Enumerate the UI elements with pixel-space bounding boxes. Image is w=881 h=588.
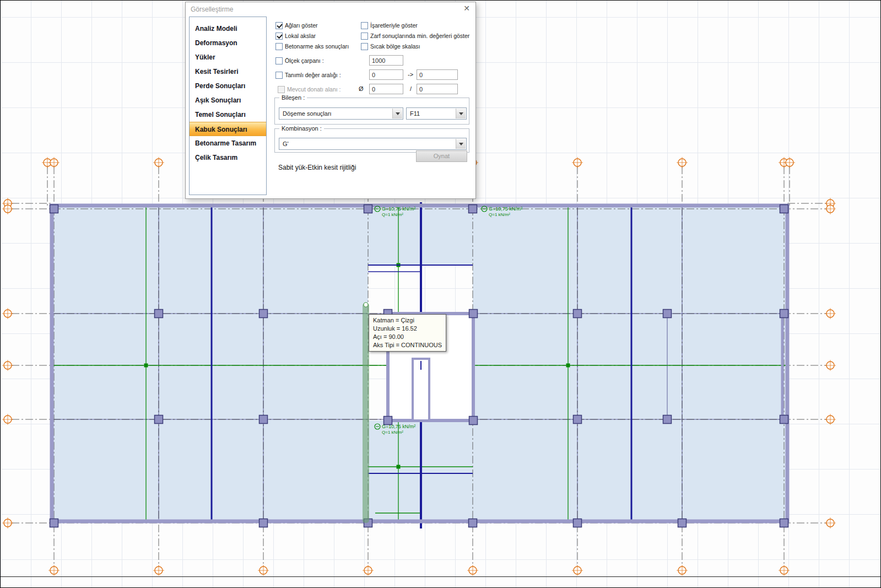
- load-label-q: Q=1 kN/m²: [382, 212, 403, 217]
- checkbox-label: Zarf sonuçlarında min. değerleri göster: [370, 33, 469, 39]
- component-group-label: Bileşen :: [279, 94, 307, 101]
- checkbox-label: Lokal akslar: [285, 33, 316, 39]
- list-item-analiz-modeli[interactable]: Analiz Modeli: [190, 21, 266, 36]
- diameter-symbol: Ø: [359, 85, 364, 92]
- checkbox-aglari-goster[interactable]: Ağları göster: [275, 21, 318, 29]
- dropdown-value: F11: [410, 110, 420, 117]
- list-item-perde-sonuclari[interactable]: Perde Sonuçları: [190, 79, 266, 93]
- checkbox-box: [361, 22, 368, 29]
- combination-group-label: Kombinasyon :: [279, 125, 324, 132]
- combination-group: Kombinasyon : G': [274, 128, 469, 153]
- tooltip-length-line: Uzunluk = 16.52: [373, 325, 442, 333]
- list-item-betonarme-tasarim[interactable]: Betonarme Tasarım: [190, 136, 266, 150]
- list-item-celik-tasarim[interactable]: Çelik Tasarım: [190, 150, 266, 165]
- checkbox-box: [361, 43, 368, 50]
- list-item-asik-sonuclari[interactable]: Aşık Sonuçları: [190, 93, 266, 107]
- checkbox-box: [275, 72, 283, 79]
- visualization-dialog: Görselleştirme ✕ Analiz Modeli Deformasy…: [185, 2, 476, 199]
- dropdown-value: G': [283, 141, 289, 147]
- selected-axis-grip[interactable]: [364, 303, 368, 307]
- dropdown-value: Döşeme sonuçları: [283, 110, 332, 117]
- list-item-kabuk-sonuclari[interactable]: Kabuk Sonuçları: [190, 122, 266, 136]
- combination-dropdown[interactable]: G': [279, 138, 467, 150]
- load-label-g: G=10,75 kN/m²: [382, 206, 415, 212]
- checkbox-label: Ölçek çarpanı :: [285, 57, 324, 64]
- checkbox-sicak-bolge-skalasi[interactable]: Sıcak bölge skalası: [361, 42, 420, 50]
- rebar-separator: /: [410, 85, 412, 92]
- window-bottom-divider: [1, 576, 881, 577]
- checkbox-label: İşaretleriyle göster: [370, 22, 418, 29]
- checkbox-label: Ağları göster: [285, 22, 318, 29]
- checkbox-mevcut-donati-alani[interactable]: Mevcut donatı alanı :: [278, 85, 340, 93]
- load-label-g: G=10,75 kN/m²: [489, 206, 522, 212]
- list-item-deformasyon[interactable]: Deformasyon: [190, 36, 266, 50]
- checkbox-tanimli-deger-araligi[interactable]: Tanımlı değer aralığı :: [275, 71, 341, 79]
- component-group: Bileşen : Döşeme sonuçları F11: [274, 98, 469, 125]
- axis-info-tooltip: Katman = Çizgi Uzunluk = 16.52 Açı = 90.…: [369, 314, 446, 352]
- chevron-down-icon[interactable]: [392, 109, 402, 118]
- checkbox-label: Betonarme aks sonuçları: [285, 43, 349, 50]
- close-icon[interactable]: ✕: [463, 4, 470, 13]
- scale-factor-input[interactable]: [369, 55, 403, 66]
- checkbox-label: Mevcut donatı alanı :: [287, 86, 340, 93]
- list-item-yukler[interactable]: Yükler: [190, 50, 266, 64]
- checkbox-box: [275, 57, 283, 64]
- list-item-temel-sonuclari[interactable]: Temel Sonuçları: [190, 107, 266, 122]
- tooltip-layer-line: Katman = Çizgi: [373, 316, 442, 325]
- tooltip-axistype-line: Aks Tipi = CONTINUOUS: [373, 341, 442, 349]
- checkbox-label: Sıcak bölge skalası: [370, 43, 420, 50]
- range-arrow: ->: [408, 71, 413, 78]
- checkbox-box: [275, 22, 283, 29]
- checkbox-betonarme-aks-sonuclari[interactable]: Betonarme aks sonuçları: [275, 42, 349, 50]
- component-dropdown[interactable]: F11: [406, 107, 467, 120]
- checkbox-lokal-akslar[interactable]: Lokal akslar: [275, 32, 316, 40]
- rebar-value2-input[interactable]: [417, 84, 458, 94]
- load-label-q: Q=1 kN/m²: [382, 430, 403, 435]
- category-list: Analiz Modeli Deformasyon Yükler Kesit T…: [189, 17, 267, 195]
- checkbox-box: [361, 33, 368, 40]
- checkbox-box: [278, 86, 285, 93]
- result-type-dropdown[interactable]: Döşeme sonuçları: [279, 107, 403, 120]
- play-button[interactable]: Oynat: [416, 150, 467, 162]
- dialog-title: Görselleştirme: [191, 6, 233, 13]
- combination-description: Sabit yük-Etkin kesit rijitliği: [278, 164, 356, 171]
- chevron-down-icon[interactable]: [456, 139, 466, 149]
- load-label-q: Q=1 kN/m²: [489, 212, 510, 217]
- rebar-value1-input[interactable]: [369, 84, 403, 94]
- checkbox-isaretleriyle-goster[interactable]: İşaretleriyle göster: [361, 21, 418, 29]
- tooltip-angle-line: Açı = 90.00: [373, 333, 442, 341]
- checkbox-zarf-sonuclari[interactable]: Zarf sonuçlarında min. değerleri göster: [361, 32, 469, 40]
- range-from-input[interactable]: [369, 69, 403, 80]
- app-window: G=10,75 kN/m² Q=1 kN/m² G=10,75 kN/m² Q=…: [0, 0, 881, 588]
- list-item-kesit-tesirleri[interactable]: Kesit Tesirleri: [190, 64, 266, 79]
- chevron-down-icon[interactable]: [456, 109, 466, 118]
- range-to-input[interactable]: [417, 69, 458, 80]
- checkbox-box: [275, 33, 283, 40]
- checkbox-olcek-carpani[interactable]: Ölçek çarpanı :: [275, 57, 324, 64]
- checkbox-box: [275, 43, 283, 50]
- load-label-g: G=10,75 kN/m²: [382, 424, 415, 429]
- checkbox-label: Tanımlı değer aralığı :: [285, 72, 341, 78]
